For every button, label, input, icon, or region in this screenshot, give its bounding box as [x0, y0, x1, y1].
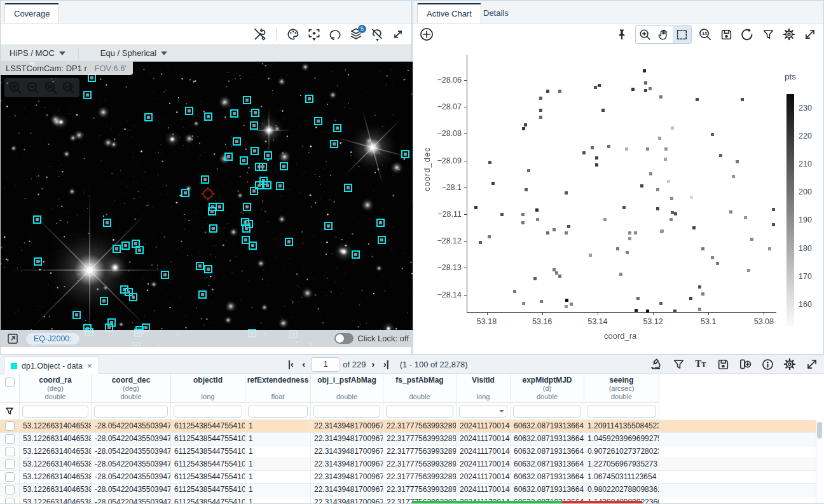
source-marker[interactable]	[204, 112, 212, 121]
source-marker[interactable]	[204, 265, 212, 273]
column-filter-input[interactable]	[513, 405, 581, 418]
microscope-icon[interactable]	[648, 356, 664, 372]
source-marker[interactable]	[230, 109, 238, 118]
table-row[interactable]: 53.12266314046538-28.0542204355039476112…	[0, 433, 816, 446]
source-marker[interactable]	[240, 156, 248, 165]
column-header[interactable]: expMidptMJD(d)double	[511, 374, 584, 402]
column-header[interactable]: obj_i_psfAbMag double	[311, 374, 383, 402]
source-marker[interactable]	[378, 236, 386, 244]
column-header[interactable]: refExtendedness float	[245, 374, 311, 402]
column-filter-input[interactable]	[313, 405, 380, 418]
filter-row-icon[interactable]	[4, 406, 15, 416]
source-marker[interactable]	[330, 140, 338, 148]
tab-details[interactable]: Details	[474, 3, 518, 23]
source-marker[interactable]	[376, 219, 385, 227]
hips-moc-dropdown[interactable]: HiPS / MOC	[1, 45, 74, 61]
source-marker[interactable]	[324, 222, 333, 230]
source-marker[interactable]	[161, 271, 169, 279]
column-header[interactable]: coord_dec(deg)double	[92, 374, 171, 402]
close-table-icon[interactable]: ×	[87, 361, 92, 371]
source-marker[interactable]	[83, 91, 92, 99]
source-marker[interactable]	[280, 162, 288, 170]
external-expand-icon[interactable]	[4, 330, 21, 347]
column-filter-input[interactable]	[587, 405, 656, 418]
source-marker[interactable]	[250, 187, 258, 195]
source-marker[interactable]	[333, 124, 341, 132]
source-marker[interactable]	[264, 151, 272, 160]
zoom-in-icon[interactable]	[7, 79, 24, 96]
select-mode-icon[interactable]	[673, 26, 691, 43]
row-checkbox[interactable]	[5, 434, 15, 444]
source-marker[interactable]	[201, 175, 209, 184]
click-lock-toggle[interactable]	[334, 333, 354, 344]
select-all-checkbox[interactable]	[5, 378, 15, 387]
pin-icon[interactable]	[614, 26, 630, 43]
column-header[interactable]: coord_ra(deg)double	[20, 374, 92, 402]
expand-icon[interactable]	[390, 26, 406, 43]
column-header[interactable]: objectId long	[171, 374, 245, 402]
page-number-input[interactable]	[311, 357, 340, 372]
source-marker[interactable]	[251, 147, 259, 155]
source-marker[interactable]	[103, 219, 111, 227]
next-page-button[interactable]: ›	[368, 359, 378, 369]
source-marker[interactable]	[233, 137, 241, 146]
table-tab[interactable]: dp1.Object - data ×	[4, 357, 99, 374]
source-marker[interactable]	[185, 107, 193, 115]
source-marker[interactable]	[121, 242, 130, 250]
row-checkbox[interactable]	[5, 498, 15, 503]
source-marker[interactable]	[276, 182, 284, 190]
prev-page-button[interactable]: ‹	[299, 359, 309, 369]
save-chart-icon[interactable]	[718, 26, 734, 43]
source-marker[interactable]	[249, 242, 257, 250]
zoom-original-icon[interactable]: 1X	[697, 26, 713, 43]
layers-icon[interactable]: 5	[348, 26, 364, 43]
tools-icon[interactable]	[251, 26, 268, 43]
add-column-icon[interactable]	[737, 356, 753, 372]
coord-readout[interactable]: EQ-J2000:	[26, 333, 79, 344]
table-row[interactable]: 53.12266314046538-28.0542204355039476112…	[0, 484, 816, 496]
table-row[interactable]: 53.12266314046538-28.0542204355039476112…	[0, 496, 816, 503]
source-marker[interactable]	[263, 181, 271, 189]
source-marker[interactable]	[243, 96, 251, 104]
source-marker[interactable]	[100, 297, 108, 305]
column-filter-input[interactable]	[94, 405, 168, 418]
zoom-fill-icon[interactable]	[60, 79, 77, 96]
zoom-out-icon[interactable]	[25, 79, 41, 96]
column-filter-input[interactable]	[174, 405, 242, 418]
source-marker[interactable]	[34, 257, 42, 266]
row-checkbox[interactable]	[5, 485, 15, 494]
source-marker[interactable]	[242, 224, 251, 233]
restore-chart-icon[interactable]	[739, 26, 755, 43]
source-marker[interactable]	[113, 245, 121, 253]
scrollbar-thumb[interactable]	[817, 422, 822, 439]
column-filter-input[interactable]	[22, 405, 88, 418]
palette-icon[interactable]	[285, 26, 301, 43]
select-region-icon[interactable]	[327, 26, 343, 43]
column-header[interactable]: seeing(arcsec)double	[584, 374, 659, 402]
row-checkbox[interactable]	[5, 421, 15, 431]
filter-table-icon[interactable]	[670, 356, 687, 372]
column-header[interactable]: VisitId long	[457, 374, 511, 402]
row-checkbox[interactable]	[5, 447, 15, 456]
source-marker[interactable]	[251, 109, 259, 117]
source-marker[interactable]	[259, 163, 267, 171]
source-marker[interactable]	[216, 203, 224, 211]
source-marker[interactable]	[305, 95, 313, 103]
source-marker[interactable]	[209, 224, 217, 233]
table-scrollbar[interactable]	[816, 421, 823, 503]
source-marker[interactable]	[144, 113, 153, 121]
table-row[interactable]: 53.12266314046538-28.0542204355039476112…	[0, 446, 816, 458]
tab-coverage[interactable]: Coverage	[4, 3, 59, 23]
chart-settings-gear-icon[interactable]	[781, 26, 797, 43]
source-marker[interactable]	[314, 117, 322, 125]
source-marker[interactable]	[72, 311, 81, 319]
table-row[interactable]: 53.12266314046538-28.0542204355039476112…	[0, 471, 816, 484]
table-row[interactable]: 53.12266314046538-28.0542204355039476112…	[0, 458, 816, 471]
source-marker[interactable]	[285, 238, 293, 246]
source-marker[interactable]	[135, 246, 144, 254]
unselect-icon[interactable]	[369, 26, 385, 43]
source-marker[interactable]	[181, 189, 189, 197]
add-chart-icon[interactable]	[418, 26, 435, 43]
source-marker[interactable]	[196, 262, 204, 270]
source-marker[interactable]	[243, 203, 251, 211]
